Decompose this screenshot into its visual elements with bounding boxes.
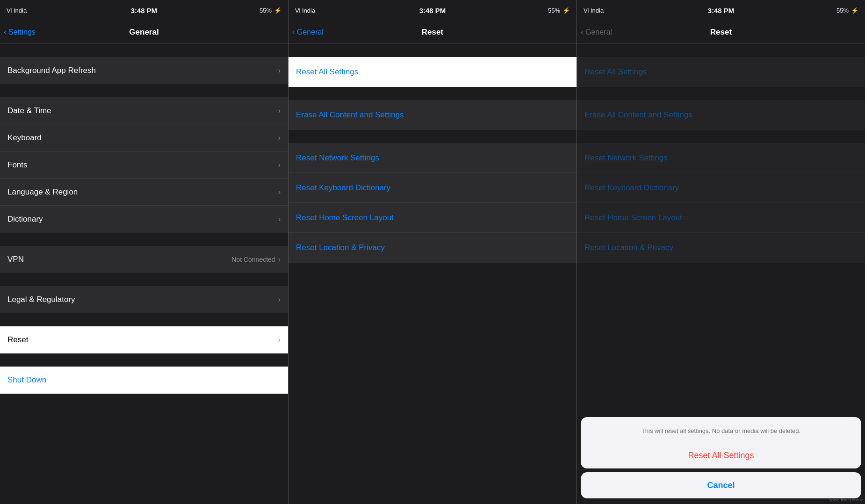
bottom-gap	[0, 394, 288, 407]
battery-3: 55%	[836, 7, 849, 14]
section-gap-4	[0, 313, 288, 326]
time-3: 3:48 PM	[708, 7, 735, 14]
list-item-reset[interactable]: Reset ›	[0, 326, 288, 353]
time-2: 3:48 PM	[419, 7, 446, 14]
carrier-1: Vi India	[7, 7, 27, 14]
chevron-right-icon: ›	[278, 215, 281, 223]
chevron-right-icon: ›	[278, 66, 281, 75]
chevron-right-icon: ›	[278, 107, 281, 115]
chevron-right-icon: ›	[278, 134, 281, 142]
p3-item-homescreen: Reset Home Screen Layout	[577, 203, 865, 233]
chevron-right-icon: ›	[278, 295, 281, 304]
nav-title-2: Reset	[422, 28, 443, 37]
bolt-icon-3: ⚡	[851, 7, 858, 14]
nav-back-label-1: Settings	[8, 28, 36, 36]
back-chevron-3: ‹	[581, 27, 584, 37]
alert-cancel-box: Cancel	[581, 472, 861, 498]
list-group-1: Date & Time › Keyboard › Fonts › Languag…	[0, 97, 288, 233]
status-bar-3: Vi India 3:48 PM 55% ⚡	[577, 0, 865, 21]
panel-2: Vi India 3:48 PM 55% ⚡ ‹ General Reset R…	[288, 0, 577, 504]
reset-item-erase[interactable]: Erase All Content and Settings	[288, 100, 577, 130]
reset-item-network[interactable]: Reset Network Settings	[288, 143, 577, 173]
section-gap-3	[0, 273, 288, 286]
item-left: Background App Refresh	[7, 66, 96, 75]
back-chevron-2: ‹	[292, 27, 295, 37]
alert-confirm-label: Reset All Settings	[688, 451, 754, 461]
list-group-3: Legal & Regulatory ›	[0, 286, 288, 313]
panel3-top-gap	[577, 44, 865, 57]
list-item-fonts[interactable]: Fonts ›	[0, 151, 288, 179]
p3-item-network: Reset Network Settings	[577, 143, 865, 173]
nav-back-label-2: General	[297, 28, 324, 36]
item-label: Background App Refresh	[7, 66, 96, 75]
p3-item-location: Reset Location & Privacy	[577, 233, 865, 263]
section-gap-5	[0, 353, 288, 367]
nav-back-2[interactable]: ‹ General	[292, 27, 324, 37]
alert-message: This will reset all settings. No data or…	[581, 417, 861, 443]
alert-confirm-button[interactable]: Reset All Settings	[581, 442, 861, 468]
status-icons-3: 55% ⚡	[836, 7, 858, 14]
list-item-date-time[interactable]: Date & Time ›	[0, 97, 288, 124]
p3-group-2: Erase All Content and Settings	[577, 100, 865, 130]
list-group-4: Reset ›	[0, 326, 288, 353]
carrier-3: Vi India	[584, 7, 604, 14]
bolt-icon-1: ⚡	[274, 7, 281, 14]
list-item-dictionary[interactable]: Dictionary ›	[0, 206, 288, 233]
reset-item-location[interactable]: Reset Location & Privacy	[288, 233, 577, 263]
back-chevron-1: ‹	[4, 27, 7, 37]
panel2-gap-1	[288, 87, 577, 100]
reset-group-erase: Erase All Content and Settings	[288, 100, 577, 130]
nav-bar-3: ‹ General Reset	[577, 21, 865, 44]
section-gap-0	[0, 44, 288, 57]
p3-item-keyboard: Reset Keyboard Dictionary	[577, 173, 865, 203]
content-2: Reset All Settings Erase All Content and…	[288, 44, 577, 504]
list-item-vpn[interactable]: VPN Not Connected ›	[0, 246, 288, 273]
status-icons-2: 55% ⚡	[548, 7, 570, 14]
reset-group-highlighted: Reset All Settings	[288, 57, 577, 87]
list-item-background-app-refresh[interactable]: Background App Refresh ›	[0, 57, 288, 84]
time-1: 3:48 PM	[131, 7, 158, 14]
content-1: Background App Refresh › Date & Time › K…	[0, 44, 288, 504]
battery-2: 55%	[548, 7, 560, 14]
nav-back-1[interactable]: ‹ Settings	[4, 27, 36, 37]
status-bar-2: Vi India 3:48 PM 55% ⚡	[288, 0, 577, 21]
status-bar-1: Vi India 3:48 PM 55% ⚡	[0, 0, 288, 21]
p3-group-3: Reset Network Settings Reset Keyboard Di…	[577, 143, 865, 263]
alert-overlay: This will reset all settings. No data or…	[577, 413, 865, 504]
chevron-right-icon: ›	[278, 188, 281, 196]
chevron-right-icon: ›	[278, 255, 281, 264]
list-group-2: VPN Not Connected ›	[0, 246, 288, 273]
list-item-shutdown[interactable]: Shut Down	[0, 367, 288, 394]
panel-1: Vi India 3:48 PM 55% ⚡ ‹ Settings Genera…	[0, 0, 288, 504]
list-item-keyboard[interactable]: Keyboard ›	[0, 124, 288, 151]
battery-1: 55%	[260, 7, 272, 14]
section-gap-1	[0, 84, 288, 97]
panel2-top-gap	[288, 44, 577, 57]
reset-item-all-settings[interactable]: Reset All Settings	[288, 57, 577, 87]
reset-item-homescreen[interactable]: Reset Home Screen Layout	[288, 203, 577, 233]
p3-item-erase: Erase All Content and Settings	[577, 100, 865, 130]
alert-cancel-button[interactable]: Cancel	[581, 472, 861, 498]
panel-3: Vi India 3:48 PM 55% ⚡ ‹ General Reset R…	[577, 0, 865, 504]
p3-gap-2	[577, 130, 865, 143]
list-item-language-region[interactable]: Language & Region ›	[0, 179, 288, 206]
p3-gap-1	[577, 87, 865, 100]
list-item-legal[interactable]: Legal & Regulatory ›	[0, 286, 288, 313]
list-group-0: Background App Refresh ›	[0, 57, 288, 84]
carrier-2: Vi India	[295, 7, 315, 14]
nav-title-3: Reset	[710, 28, 732, 37]
reset-group-others: Reset Network Settings Reset Keyboard Di…	[288, 143, 577, 263]
alert-box: This will reset all settings. No data or…	[581, 417, 861, 469]
alert-cancel-label: Cancel	[707, 481, 735, 490]
content-3: Reset All Settings Erase All Content and…	[577, 44, 865, 504]
list-group-5: Shut Down	[0, 367, 288, 394]
chevron-right-icon: ›	[278, 336, 281, 344]
nav-back-3[interactable]: ‹ General	[581, 27, 612, 37]
bolt-icon-2: ⚡	[562, 7, 570, 14]
status-icons-1: 55% ⚡	[260, 7, 281, 14]
reset-item-keyboard[interactable]: Reset Keyboard Dictionary	[288, 173, 577, 203]
nav-bar-2: ‹ General Reset	[288, 21, 577, 44]
chevron-right-icon: ›	[278, 161, 281, 169]
nav-title-1: General	[129, 28, 159, 37]
p3-group-1: Reset All Settings	[577, 57, 865, 87]
